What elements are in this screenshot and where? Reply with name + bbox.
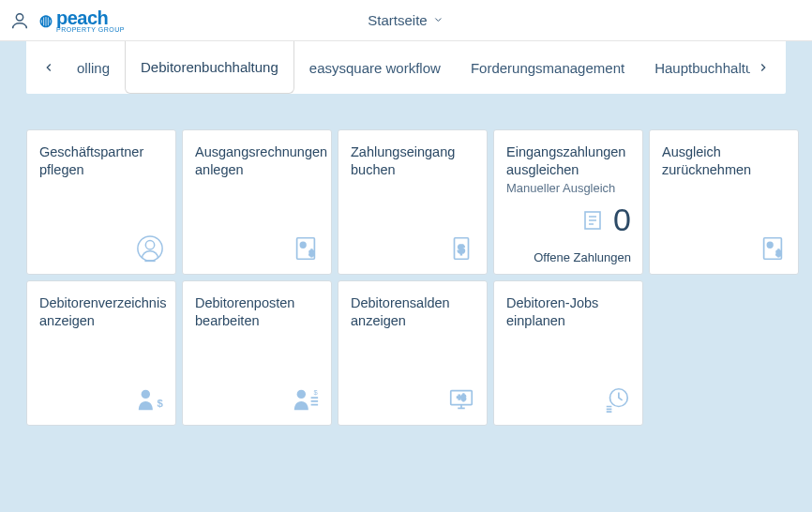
app-header: ◍ peach PROPERTY GROUP Startseite [0, 0, 812, 41]
dollar-document-icon: $ [447, 234, 475, 263]
brand-logo[interactable]: ◍ peach PROPERTY GROUP [39, 8, 125, 33]
svg-point-0 [16, 13, 23, 20]
monitor-plus-dollar-icon: +$ [447, 385, 475, 414]
receipt-icon [581, 209, 604, 232]
tab-easysquare-workflow[interactable]: easysquare workflow [294, 41, 456, 94]
tile-zahlungseingang-buchen[interactable]: Zahlungseingang buchen $ [338, 129, 488, 275]
tab-partial-right[interactable]: Hauptbuchhaltu [639, 41, 750, 94]
svg-point-10 [767, 242, 773, 248]
tile-title: Debitoren-Jobs einplanen [506, 294, 630, 330]
tile-kpi-row: 0 [581, 202, 631, 238]
tile-debitoren-jobs-einplanen[interactable]: Debitoren-Jobs einplanen [493, 280, 643, 426]
person-dollar-icon: $ [136, 385, 164, 414]
svg-text:$: $ [776, 248, 782, 258]
tile-grid: Geschäftspartner pflegen Ausgangsrechnun… [0, 94, 812, 426]
chevron-down-icon [433, 12, 444, 28]
svg-point-2 [138, 236, 162, 261]
invoice-icon: $ [292, 234, 320, 263]
svg-text:$: $ [309, 248, 315, 258]
user-icon[interactable] [9, 10, 30, 31]
tile-title: Ausgangsrechnungen anlegen [195, 143, 319, 179]
tabs-container: olling Debitorenbuchhaltung easysquare w… [62, 41, 750, 94]
tile-footer: Offene Zahlungen [534, 250, 631, 264]
tile-geschaeftspartner-pflegen[interactable]: Geschäftspartner pflegen [26, 129, 176, 275]
tab-partial-left[interactable]: olling [62, 41, 125, 94]
tile-title: Debitorenverzeichnis anzeigen [39, 294, 163, 330]
tile-title: Zahlungseingang buchen [351, 143, 474, 179]
tabs-scroll-right[interactable] [750, 41, 776, 94]
tile-kpi-value: 0 [613, 202, 631, 238]
nav-menu[interactable]: Startseite [368, 12, 444, 28]
tile-title: Debitorenposten bearbeiten [195, 294, 319, 330]
person-list-icon: $ [292, 385, 320, 414]
svg-point-4 [300, 242, 306, 248]
tile-eingangszahlungen-ausgleichen[interactable]: Eingangszahlungen ausgleichen Manueller … [493, 129, 643, 275]
svg-text:$: $ [313, 388, 318, 397]
tabs-scroll-left[interactable] [36, 41, 62, 94]
nav-label: Startseite [368, 12, 427, 28]
svg-text:$: $ [458, 242, 465, 256]
svg-text:+$: +$ [457, 393, 466, 402]
clock-list-icon [603, 385, 631, 414]
svg-point-14 [297, 390, 306, 399]
tab-debitorenbuchhaltung[interactable]: Debitorenbuchhaltung [125, 41, 294, 94]
logo-mark-icon: ◍ [39, 11, 53, 29]
svg-point-1 [145, 241, 154, 249]
tile-title: Geschäftspartner pflegen [39, 143, 163, 179]
tab-forderungsmanagement[interactable]: Forderungsmanagement [456, 41, 639, 94]
tile-debitorenposten-bearbeiten[interactable]: Debitorenposten bearbeiten $ [182, 280, 332, 426]
tile-debitorensalden-anzeigen[interactable]: Debitorensalden anzeigen +$ [338, 280, 488, 426]
tile-ausgleich-zuruecknehmen[interactable]: Ausgleich zurücknehmen $ [649, 129, 799, 275]
business-partner-icon [136, 234, 164, 263]
tab-bar: olling Debitorenbuchhaltung easysquare w… [26, 41, 786, 94]
brand-subtitle: PROPERTY GROUP [56, 26, 125, 33]
tile-debitorenverzeichnis-anzeigen[interactable]: Debitorenverzeichnis anzeigen $ [26, 280, 176, 426]
svg-point-12 [142, 390, 150, 399]
tile-ausgangsrechnungen-anlegen[interactable]: Ausgangsrechnungen anlegen $ [182, 129, 332, 275]
tile-title: Eingangszahlungen ausgleichen [506, 143, 630, 179]
invoice-icon: $ [759, 234, 787, 263]
svg-text:$: $ [158, 398, 164, 409]
header-left: ◍ peach PROPERTY GROUP [9, 8, 125, 33]
tile-title: Ausgleich zurücknehmen [662, 143, 786, 179]
tile-title: Debitorensalden anzeigen [351, 294, 474, 330]
tile-subtitle: Manueller Ausgleich [506, 181, 630, 197]
